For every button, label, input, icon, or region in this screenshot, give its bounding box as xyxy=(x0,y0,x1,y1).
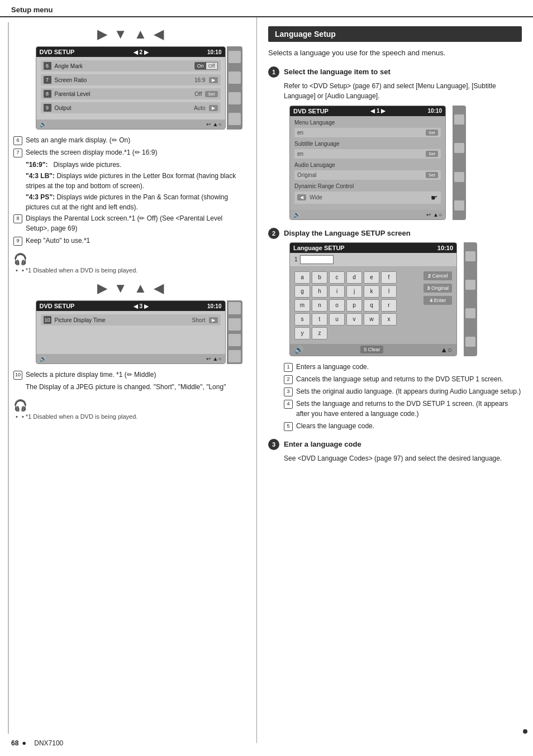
footer-menu-icon[interactable]: ▲○ xyxy=(440,346,452,354)
footer2-icon-menu[interactable]: ▲○ xyxy=(213,356,222,362)
drc-label: Dynamic Range Control xyxy=(294,183,441,189)
toggle-angle[interactable]: On Off xyxy=(194,62,218,70)
step2-ann-3: 3 Sets the original audio language. (It … xyxy=(284,386,522,396)
key-u[interactable]: u xyxy=(329,313,345,326)
play-icon-2[interactable]: ▶ xyxy=(97,280,107,296)
key-l[interactable]: l xyxy=(381,285,397,298)
step-title-1: 1 Select the language item to set xyxy=(268,66,522,78)
toggle-off[interactable]: Off xyxy=(206,63,217,69)
footer2-icon-vol: 🔊 xyxy=(40,356,46,362)
row-label-7: Screen Ratio xyxy=(55,77,195,83)
lang-input-box[interactable] xyxy=(300,255,334,264)
drc-btn-left[interactable]: ◀ xyxy=(297,194,306,200)
side-icon-2 xyxy=(229,71,241,84)
model-name: DNX7100 xyxy=(34,739,63,747)
key-b[interactable]: b xyxy=(312,271,327,284)
key-f[interactable]: f xyxy=(381,271,397,284)
sq-1: 1 xyxy=(284,363,293,372)
key-s[interactable]: s xyxy=(294,313,310,326)
audio-lang-btn[interactable]: Set xyxy=(426,172,438,178)
down-icon-2[interactable]: ▼ xyxy=(114,280,127,296)
step-body-3: See <DVD Language Codes> (page 97) and s… xyxy=(268,453,522,463)
row-btn-8[interactable]: Set xyxy=(205,91,217,97)
step2-ann-1: 1 Enters a language code. xyxy=(284,362,522,372)
ann-sub-169: "16:9": Displays wide pictures. xyxy=(26,160,248,170)
dvd-screen2-wrap: DVD SETUP ◀ 3 ▶ 10:10 10 Picture Display… xyxy=(36,300,226,364)
note2-content: • *1 Disabled when a DVD is being played… xyxy=(22,413,137,420)
key-q[interactable]: q xyxy=(364,299,379,312)
ann-num-10: 10 xyxy=(13,371,22,380)
step1-footer-back[interactable]: ↩ xyxy=(426,212,431,218)
toggle-on[interactable]: On xyxy=(195,63,206,69)
enter-btn[interactable]: 4 Enter xyxy=(423,296,452,305)
ann-text-9: Keep "Auto" to use.*1 xyxy=(26,236,90,246)
footer-icon-back[interactable]: ↩ xyxy=(206,121,211,127)
step1-screen-wrap: DVD SETUP ◀ 1 ▶ 10:10 Menu Language en xyxy=(284,106,451,220)
lang-side-icons xyxy=(464,242,477,356)
clear-button[interactable]: 5 Clear xyxy=(360,346,383,353)
dvd-screen1-wrap: DVD SETUP ◀ 2 ▶ 10:10 6 Angle Mark On xyxy=(36,46,226,130)
ann-sub-43ps: "4:3 PS": Displays wide pictures in the … xyxy=(26,192,248,212)
key-h[interactable]: h xyxy=(312,285,327,298)
step2-ann-text-4: Sets the language and returns to the DVD… xyxy=(296,399,522,419)
key-p[interactable]: p xyxy=(346,299,362,312)
subtitle-lang-label: Subtitle Language xyxy=(294,141,441,147)
key-g[interactable]: g xyxy=(294,285,310,298)
key-m[interactable]: m xyxy=(294,299,310,312)
ann-num-9: 9 xyxy=(13,237,22,246)
sq-3: 3 xyxy=(284,387,293,396)
back-icon-2[interactable]: ◀ xyxy=(154,280,164,296)
key-k[interactable]: k xyxy=(364,285,379,298)
vertical-bar-left xyxy=(8,22,9,734)
key-i[interactable]: i xyxy=(329,285,345,298)
note-icon-2: 🎧 xyxy=(13,399,248,412)
menu-lang-btn[interactable]: Set xyxy=(426,130,438,136)
play-icon[interactable]: ▶ xyxy=(97,26,107,42)
key-o[interactable]: o xyxy=(329,299,345,312)
dot-right xyxy=(523,729,527,734)
step1-screen-header: DVD SETUP ◀ 1 ▶ 10:10 xyxy=(290,106,445,116)
step2-annotations: 1 Enters a language code. 2 Cancels the … xyxy=(268,362,522,431)
row-label-9: Output xyxy=(55,105,194,111)
original-btn[interactable]: 3 Original xyxy=(423,284,452,293)
down-icon[interactable]: ▼ xyxy=(114,26,127,42)
step1-side-3 xyxy=(454,172,464,182)
key-y[interactable]: y xyxy=(294,327,310,339)
lang-side-buttons: 2 Cancel 3 Original 4 Enter xyxy=(423,271,452,339)
key-j[interactable]: j xyxy=(346,285,362,298)
key-w[interactable]: w xyxy=(364,313,379,326)
side-icon-1 xyxy=(229,51,241,63)
footer2-icon-back[interactable]: ↩ xyxy=(206,356,211,362)
input-label-1: 1 xyxy=(294,256,298,262)
row-btn-10[interactable]: ▶ xyxy=(209,317,218,323)
step2-ann-5: 5 Clears the language code. xyxy=(284,421,522,431)
key-a[interactable]: a xyxy=(294,271,310,284)
key-e[interactable]: e xyxy=(364,271,379,284)
section-intro: Selects a language you use for the speec… xyxy=(268,47,522,59)
key-x[interactable]: x xyxy=(381,313,397,326)
key-v[interactable]: v xyxy=(346,313,362,326)
key-c[interactable]: c xyxy=(329,271,345,284)
step1-footer-menu[interactable]: ▲○ xyxy=(433,212,442,218)
note-icon-1: 🎧 xyxy=(13,252,248,266)
page-container: Setup menu ▶ ▼ ▲ ◀ DVD SETUP xyxy=(0,0,533,756)
lang-keyboard: a b c d e f g h i j k l xyxy=(294,271,419,339)
step-block-1: 1 Select the language item to set Refer … xyxy=(268,66,522,220)
up-icon-2[interactable]: ▲ xyxy=(134,280,147,296)
subtitle-lang-btn[interactable]: Set xyxy=(426,151,438,157)
row-btn-7[interactable]: ▶ xyxy=(209,77,218,83)
step1-screen-body: Menu Language en Set Subtitle Language e… xyxy=(290,116,445,210)
key-r[interactable]: r xyxy=(381,299,397,312)
row-btn-9[interactable]: ▶ xyxy=(209,105,218,111)
key-t[interactable]: t xyxy=(312,313,327,326)
footer-icon-vol: 🔊 xyxy=(40,121,46,127)
key-n[interactable]: n xyxy=(312,299,327,312)
cancel-btn[interactable]: 2 Cancel xyxy=(423,271,452,280)
page-header: Setup menu xyxy=(0,0,533,17)
key-z[interactable]: z xyxy=(312,327,327,339)
back-icon[interactable]: ◀ xyxy=(154,26,164,42)
footer-icon-menu[interactable]: ▲○ xyxy=(213,121,222,127)
up-icon[interactable]: ▲ xyxy=(134,26,147,42)
dvd-screen2-header: DVD SETUP ◀ 3 ▶ 10:10 xyxy=(36,301,225,311)
key-d[interactable]: d xyxy=(346,271,362,284)
